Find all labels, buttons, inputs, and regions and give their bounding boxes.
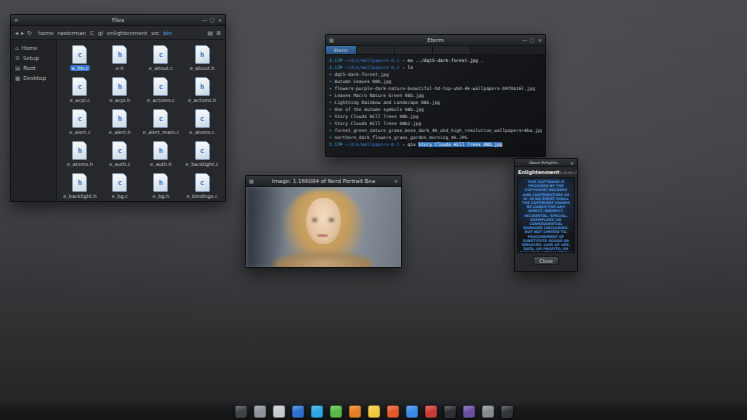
file-item[interactable]: ce_bindings.c xyxy=(183,173,221,199)
sidebar-item-home[interactable]: ⌂Home xyxy=(11,43,56,53)
display-settings-dock-icon[interactable] xyxy=(253,405,266,418)
window-icon: ▦ xyxy=(329,37,334,43)
window-title: About Enlightenment xyxy=(515,160,577,165)
menu-icon[interactable]: ≡ xyxy=(14,17,18,23)
terminal-text: ~/d/s/Wallpapers-0.1 xyxy=(345,58,402,63)
screen-lock-dock-icon[interactable] xyxy=(500,405,513,418)
page-fold xyxy=(164,141,168,145)
system-monitor-dock-icon[interactable] xyxy=(481,405,494,418)
minimize-icon[interactable]: — xyxy=(522,37,527,43)
file-item[interactable]: ce_about.c xyxy=(141,45,181,71)
breadcrumb-segment[interactable]: enlightenment xyxy=(107,30,147,36)
file-item[interactable]: ce_alert_main.c xyxy=(141,109,181,135)
close-icon[interactable]: × xyxy=(538,37,542,43)
video-player-dock-icon[interactable] xyxy=(424,405,437,418)
file-item[interactable]: ce_backlight.c xyxy=(183,141,221,167)
sidebar-item-root[interactable]: ▤Root xyxy=(11,63,56,73)
close-icon[interactable]: × xyxy=(394,178,398,184)
terminal-text: dqt5-dark-forest.jpg xyxy=(334,72,388,77)
file-item[interactable]: ce_atoms.c xyxy=(183,109,221,135)
refresh-icon[interactable]: ↻ xyxy=(27,29,32,36)
file-icon: c xyxy=(112,141,127,160)
breadcrumb-segment[interactable]: src xyxy=(151,30,159,36)
file-item[interactable]: ce_fm.c xyxy=(61,45,99,71)
file-icon: h xyxy=(72,141,87,160)
breadcrumb-segment[interactable]: rasterman xyxy=(58,30,86,36)
image-viewer-dock-icon[interactable] xyxy=(329,405,342,418)
terminal-tab-inactive[interactable] xyxy=(433,46,471,54)
file-grid: ce_fm.che.hce_about.che_about.hce_acpi.c… xyxy=(57,40,225,201)
breadcrumb-segment[interactable]: bin xyxy=(163,30,172,36)
file-item[interactable]: he_alert.h xyxy=(101,109,139,135)
maximize-icon[interactable]: ▢ xyxy=(210,17,215,23)
breadcrumb-segment[interactable]: gl xyxy=(98,30,103,36)
file-label: e_about.c xyxy=(147,65,175,71)
file-item[interactable]: ce_alert.c xyxy=(61,109,99,135)
view-grid-icon[interactable]: ▤ xyxy=(207,29,213,36)
terminal-tab-inactive[interactable] xyxy=(395,46,433,54)
terminal-text: Story Clouds Hill Trees 08b.jpg xyxy=(334,114,418,119)
sidebar-item-setup[interactable]: ⚙Setup xyxy=(11,53,56,63)
sidebar-item-desktop[interactable]: ▦Desktop xyxy=(11,73,56,83)
terminal-output[interactable]: 1:17P ~/d/s/Wallpapers-0.1 › mv ../dqt5-… xyxy=(326,55,545,156)
back-icon[interactable]: ◂ xyxy=(15,29,18,36)
maximize-icon[interactable]: ▢ xyxy=(530,37,535,43)
minimize-icon[interactable]: — xyxy=(202,17,207,23)
forward-icon[interactable]: ▸ xyxy=(21,29,24,36)
file-item[interactable]: he_bg.h xyxy=(141,173,181,199)
terminal-dock-icon[interactable] xyxy=(443,405,456,418)
file-icon: h xyxy=(153,141,168,160)
file-item[interactable]: he_auth.h xyxy=(141,141,181,167)
file-label: e_acpi.h xyxy=(107,97,132,103)
file-ext-letter: h xyxy=(78,147,82,155)
file-ext-letter: c xyxy=(78,115,82,123)
download-manager-dock-icon[interactable] xyxy=(386,405,399,418)
terminal-tab-active[interactable]: Eterm xyxy=(326,46,357,54)
terminal-text: 1:17P xyxy=(329,65,345,70)
terminal-tab-inactive[interactable] xyxy=(357,46,395,54)
file-manager-titlebar[interactable]: ≡ Files — ▢ × xyxy=(11,15,225,26)
breadcrumb-segment[interactable]: C xyxy=(90,30,94,36)
image-viewer-titlebar[interactable]: ▦ Image: 1.166084 of Nerd Portrait Bea × xyxy=(246,176,401,187)
file-ext-letter: c xyxy=(200,147,204,155)
file-item[interactable]: he_about.h xyxy=(183,45,221,71)
package-manager-dock-icon[interactable] xyxy=(462,405,475,418)
close-button[interactable]: Close xyxy=(533,256,559,265)
close-icon[interactable]: × xyxy=(570,160,574,166)
page-fold xyxy=(83,45,87,49)
terminal-text: mv ../dqt5-dark-forest.jpg . xyxy=(408,58,484,63)
photo-background-foliage xyxy=(246,187,286,268)
file-item[interactable]: he_backlight.h xyxy=(61,173,99,199)
file-item[interactable]: ce_acpi.c xyxy=(61,77,99,103)
desktop: ≡ Files — ▢ × ◂ ▸ ↻ homerastermanCglenli… xyxy=(0,0,747,420)
web-browser-dock-icon[interactable] xyxy=(405,405,418,418)
file-manager-dock-icon[interactable] xyxy=(272,405,285,418)
keyboard-dock-icon[interactable] xyxy=(234,405,247,418)
file-icon: c xyxy=(153,77,168,96)
file-item[interactable]: he_acpi.h xyxy=(101,77,139,103)
about-titlebar[interactable]: About Enlightenment × xyxy=(515,159,577,167)
window-title: Files xyxy=(11,17,225,23)
terminal-line: • northern_dark_flowers_grass_garden_mor… xyxy=(329,134,542,141)
file-item[interactable]: ce_auth.c xyxy=(101,141,139,167)
file-item[interactable]: he_actions.h xyxy=(183,77,221,103)
file-icon: c xyxy=(195,109,210,128)
file-icon: h xyxy=(195,45,210,64)
file-label: e.h xyxy=(114,65,126,71)
file-item[interactable]: ce_actions.c xyxy=(141,77,181,103)
file-item[interactable]: ce_bg.c xyxy=(101,173,139,199)
page-fold xyxy=(123,45,127,49)
file-item[interactable]: he.h xyxy=(101,45,139,71)
terminal-text: Story Clouds Hill Trees 08b.jpg xyxy=(418,142,502,147)
terminal-titlebar[interactable]: ▦ Eterm — ▢ × xyxy=(326,35,545,46)
breadcrumb-segment[interactable]: home xyxy=(38,30,54,36)
telegram-dock-icon[interactable] xyxy=(310,405,323,418)
firefox-dock-icon[interactable] xyxy=(348,405,361,418)
blue-app-dock-icon[interactable] xyxy=(291,405,304,418)
file-item[interactable]: he_atoms.h xyxy=(61,141,99,167)
music-player-dock-icon[interactable] xyxy=(367,405,380,418)
terminal-text: ls xyxy=(408,65,413,70)
file-ext-letter: c xyxy=(159,115,163,123)
view-list-icon[interactable]: ≣ xyxy=(216,29,221,36)
close-icon[interactable]: × xyxy=(218,17,222,23)
